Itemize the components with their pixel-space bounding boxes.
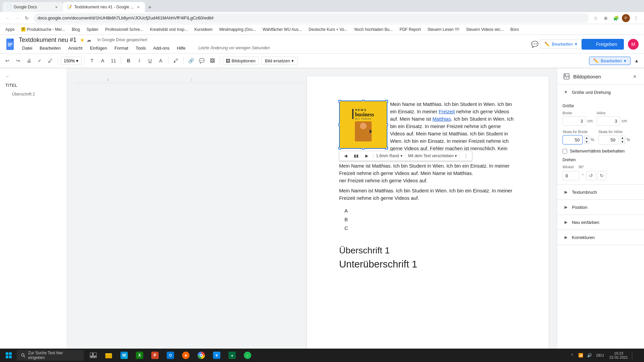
undo-btn[interactable]: ↩ bbox=[3, 56, 12, 65]
zoom-btn[interactable]: ⊕ bbox=[602, 14, 610, 22]
zoom-selector[interactable]: 150% ▾ bbox=[61, 57, 82, 65]
comments-btn[interactable]: 💬 bbox=[529, 39, 540, 50]
link-btn[interactable]: 🔗 bbox=[186, 56, 196, 65]
redo-btn[interactable]: ↪ bbox=[13, 56, 23, 65]
menu-bearbeiten[interactable]: Bearbeiten bbox=[36, 44, 64, 52]
menu-datei[interactable]: Datei bbox=[19, 44, 36, 52]
more-options-btn[interactable]: ⋮ bbox=[463, 153, 469, 159]
new-tab-button[interactable]: + bbox=[145, 3, 154, 12]
rotate-left-btn[interactable]: ↺ bbox=[586, 171, 596, 180]
profile-btn[interactable]: P bbox=[622, 14, 630, 22]
paint-format-btn[interactable]: 🖊 bbox=[46, 56, 55, 65]
position-selector[interactable]: Mit dem Text verschieben ▾ bbox=[408, 154, 457, 158]
link-freizeit[interactable]: Freizeit bbox=[439, 109, 455, 114]
menu-format[interactable]: Format bbox=[111, 44, 131, 52]
user-avatar[interactable]: M bbox=[628, 39, 639, 50]
outline-back-btn[interactable]: ← bbox=[5, 74, 61, 79]
start-button[interactable] bbox=[1, 349, 16, 362]
comment-btn[interactable]: 💬 bbox=[197, 56, 206, 65]
bold-btn[interactable]: B bbox=[124, 56, 133, 65]
taskbar-edge[interactable]: e bbox=[209, 349, 224, 362]
spinner-down-btn[interactable]: ▼ bbox=[620, 140, 625, 144]
bookmark-kreativitaet[interactable]: Kreativität und Insp... bbox=[147, 26, 191, 33]
bookmark-apps[interactable]: Apps bbox=[3, 26, 17, 33]
taskbar-app-9[interactable]: ● bbox=[225, 349, 239, 362]
bookmark-professionell[interactable]: Professionell Schre... bbox=[102, 26, 146, 33]
image-container[interactable]: NEWS business MIT TOBIAS bbox=[339, 101, 387, 149]
url-bar[interactable]: docs.google.com/document/d/1hUH8k6h7Lb8y… bbox=[34, 13, 589, 23]
spinner-down-btn[interactable]: ▼ bbox=[584, 140, 589, 144]
bookmark-buero[interactable]: Büro bbox=[508, 26, 522, 33]
hoehe-input[interactable] bbox=[597, 116, 620, 126]
bookmark-mindmapping[interactable]: Mindmapping (Gru... bbox=[217, 26, 259, 33]
taskbar-excel[interactable]: X bbox=[132, 349, 147, 362]
tray-volume-icon[interactable]: 🔊 bbox=[586, 351, 594, 359]
tray-network-icon[interactable]: 📶 bbox=[577, 351, 585, 359]
bearbeiten-mode-btn[interactable]: ✏️ Bearbeiten ▾ bbox=[589, 57, 631, 65]
skala-hoehe-input[interactable] bbox=[598, 135, 619, 144]
taskbar-task-view[interactable] bbox=[86, 349, 101, 362]
back-btn[interactable]: ← bbox=[4, 14, 12, 22]
taskbar-search[interactable]: Zur Suche Text hier eingeben bbox=[17, 350, 84, 361]
bookmark-btn[interactable]: ☆ bbox=[592, 14, 600, 22]
bookmark-steuern-lesen[interactable]: Steuern Lesen !!!! bbox=[425, 26, 462, 33]
taskbar-clock[interactable]: 19:23 22.02.2021 bbox=[607, 351, 631, 359]
image-selected[interactable]: NEWS business MIT TOBIAS bbox=[339, 101, 387, 149]
neu-einfarben-header[interactable]: ▶ Neu einfärben bbox=[557, 215, 644, 230]
taskbar-chrome[interactable] bbox=[194, 349, 209, 362]
doc-page[interactable]: NEWS business MIT TOBIAS bbox=[307, 76, 549, 362]
taskbar-app-1[interactable]: W bbox=[117, 349, 131, 362]
align-right-btn[interactable]: ▶ bbox=[363, 153, 370, 159]
menu-einfuegen[interactable]: Einfügen bbox=[87, 44, 110, 52]
taskbar-app-10[interactable]: ♪ bbox=[240, 349, 255, 362]
bookmark-kursideen[interactable]: Kursideen bbox=[192, 26, 215, 33]
bookmark-deutsche-kurs[interactable]: Deutsche Kurs + Vo... bbox=[306, 26, 350, 33]
forward-btn[interactable]: → bbox=[13, 14, 21, 22]
taskbar-outlook[interactable]: O bbox=[163, 349, 178, 362]
text-color-btn[interactable]: A bbox=[156, 56, 165, 65]
tab-textdokument[interactable]: 📝 Textdokument neu #1 - Google ... ✕ bbox=[63, 2, 145, 12]
winkel-input[interactable] bbox=[562, 171, 579, 180]
bookmark-spaeter[interactable]: Später bbox=[84, 26, 101, 33]
share-button[interactable]: 👤 Freigeben bbox=[582, 39, 624, 50]
outline-item-ueberschrift2[interactable]: Überschrift 2 bbox=[9, 90, 61, 98]
position-header[interactable]: ▶ Position bbox=[557, 200, 644, 215]
bookmark-pdf[interactable]: PDF Report bbox=[397, 26, 423, 33]
menu-hilfe[interactable]: Hilfe bbox=[173, 44, 189, 52]
font-btn[interactable]: A bbox=[98, 56, 107, 65]
spinner-up-btn[interactable]: ▲ bbox=[584, 135, 589, 140]
print-btn[interactable]: 🖨 bbox=[24, 56, 34, 65]
bildoptionen-btn[interactable]: 🖼 Bildoptionen bbox=[223, 57, 259, 65]
menu-ansicht[interactable]: Ansicht bbox=[65, 44, 86, 52]
bookmark-produktsuche[interactable]: P Produktsuche - Mer... bbox=[18, 26, 68, 33]
skala-breite-input[interactable] bbox=[562, 135, 583, 144]
extensions-btn[interactable]: 🧩 bbox=[612, 14, 620, 22]
menu-btn[interactable]: ⋮ bbox=[632, 14, 640, 22]
groesse-section-header[interactable]: ▼ Größe und Drehung bbox=[557, 85, 644, 100]
collapse-panel-btn[interactable]: ▲ bbox=[632, 56, 641, 65]
align-left-btn[interactable]: ◀ bbox=[342, 153, 349, 159]
aspect-ratio-checkbox[interactable] bbox=[562, 149, 567, 154]
taskbar-app-6[interactable]: ● bbox=[178, 349, 193, 362]
rand-selector[interactable]: 1.6mm Rand ▾ bbox=[376, 154, 402, 158]
underline-btn[interactable]: U bbox=[145, 56, 155, 65]
document-area[interactable]: 2 | bbox=[67, 68, 557, 362]
show-desktop-btn[interactable] bbox=[632, 351, 640, 359]
breite-input[interactable] bbox=[562, 116, 586, 126]
taskbar-file-explorer[interactable] bbox=[101, 349, 116, 362]
rotate-right-btn[interactable]: ↻ bbox=[597, 171, 606, 180]
reload-btn[interactable]: ↻ bbox=[23, 14, 31, 22]
taskbar-powerpoint[interactable]: P bbox=[148, 349, 162, 362]
align-center-btn[interactable]: ▮▮ bbox=[352, 153, 361, 159]
star-icon[interactable]: ★ bbox=[80, 37, 85, 43]
bookmark-blog[interactable]: Blog bbox=[69, 26, 83, 33]
link-matthias[interactable]: Matthias bbox=[432, 116, 451, 122]
tab-close-btn[interactable]: ✕ bbox=[54, 4, 59, 10]
textumbruch-header[interactable]: ▶ Textumbruch bbox=[557, 185, 644, 199]
image-btn[interactable]: 🖼 bbox=[208, 56, 217, 65]
italic-btn[interactable]: I bbox=[135, 56, 144, 65]
spinner-up-btn[interactable]: ▲ bbox=[620, 135, 625, 140]
spell-check-btn[interactable]: ✓ bbox=[35, 56, 44, 65]
text-style-btn[interactable]: T bbox=[87, 56, 97, 65]
menu-addons[interactable]: Add-ons bbox=[150, 44, 173, 52]
